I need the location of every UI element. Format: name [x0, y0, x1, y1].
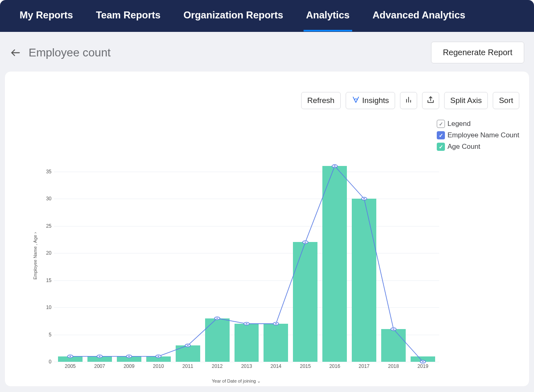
legend-title: Legend — [447, 120, 471, 128]
page-title: Employee count — [29, 46, 111, 59]
bar-chart-icon — [404, 96, 413, 106]
y-axis-label: Employee Name , Age — [33, 232, 38, 280]
x-tick: 2005 — [65, 363, 76, 369]
insights-zia-icon — [352, 96, 360, 106]
x-tick: 2016 — [329, 363, 340, 369]
x-tick: 2012 — [212, 363, 223, 369]
y-tick: 35 — [38, 169, 51, 175]
back-arrow-icon[interactable] — [10, 47, 21, 58]
insights-label: Insights — [362, 96, 389, 105]
svg-point-14 — [363, 198, 365, 199]
x-tick: 2013 — [241, 363, 252, 369]
topnav: My Reports Team Reports Organization Rep… — [0, 0, 534, 32]
chart-area: Employee Name , Age Year of Date of join… — [34, 161, 439, 370]
svg-point-5 — [99, 356, 101, 356]
tab-my-reports[interactable]: My Reports — [20, 9, 73, 22]
y-tick: 25 — [38, 223, 51, 229]
legend-toggle-icon[interactable]: ✓ — [437, 120, 445, 128]
legend-series2-swatch[interactable]: ✓ — [437, 143, 445, 151]
tab-advanced-analytics[interactable]: Advanced Analytics — [373, 9, 465, 22]
grid-line — [54, 362, 439, 362]
y-tick: 0 — [38, 359, 51, 365]
svg-point-15 — [393, 329, 395, 329]
chart-type-button[interactable] — [400, 92, 417, 109]
split-axis-button[interactable]: Split Axis — [444, 92, 488, 109]
sort-button[interactable]: Sort — [493, 92, 519, 109]
y-tick: 15 — [38, 278, 51, 283]
regenerate-report-button[interactable]: Regenerate Report — [431, 42, 524, 63]
x-tick: 2019 — [418, 363, 429, 369]
svg-point-8 — [187, 345, 189, 346]
svg-point-7 — [157, 356, 159, 356]
insights-button[interactable]: Insights — [346, 92, 395, 109]
plot-region: 0510152025303520052007200920102011201220… — [54, 161, 439, 362]
y-tick: 5 — [38, 332, 51, 338]
y-tick: 20 — [38, 250, 51, 256]
y-tick: 10 — [38, 305, 51, 310]
legend-series1-label: Employee Name Count — [447, 131, 519, 139]
x-tick: 2014 — [270, 363, 282, 369]
x-axis-label: Year of Date of joining — [212, 379, 261, 384]
export-icon — [427, 96, 435, 106]
tab-analytics[interactable]: Analytics — [306, 9, 350, 22]
line-series — [54, 161, 439, 362]
chart-card: Refresh Insights Split Axis Sort ✓ Legen… — [5, 72, 529, 386]
x-tick: 2015 — [300, 363, 311, 369]
svg-point-10 — [246, 323, 248, 324]
legend-series2-label: Age Count — [447, 143, 480, 151]
page-header: Employee count Regenerate Report — [0, 32, 534, 72]
x-tick: 2017 — [359, 363, 370, 369]
legend: ✓ Legend ✓ Employee Name Count ✓ Age Cou… — [437, 120, 519, 154]
tab-team-reports[interactable]: Team Reports — [96, 9, 161, 22]
y-tick: 30 — [38, 196, 51, 202]
svg-point-9 — [216, 318, 218, 318]
export-button[interactable] — [422, 92, 439, 109]
x-tick: 2018 — [388, 363, 399, 369]
x-tick: 2007 — [94, 363, 105, 369]
tab-organization-reports[interactable]: Organization Reports — [183, 9, 283, 22]
legend-series1-swatch[interactable]: ✓ — [437, 131, 445, 139]
chart-toolbar: Refresh Insights Split Axis Sort — [301, 92, 519, 109]
svg-point-16 — [422, 361, 424, 362]
x-tick: 2009 — [123, 363, 134, 369]
svg-point-4 — [69, 356, 71, 356]
x-tick: 2010 — [153, 363, 164, 369]
refresh-button[interactable]: Refresh — [301, 92, 341, 109]
x-tick: 2011 — [182, 363, 193, 369]
svg-point-6 — [128, 356, 130, 356]
svg-point-13 — [334, 166, 336, 166]
svg-point-12 — [304, 242, 306, 242]
svg-point-11 — [275, 323, 277, 324]
